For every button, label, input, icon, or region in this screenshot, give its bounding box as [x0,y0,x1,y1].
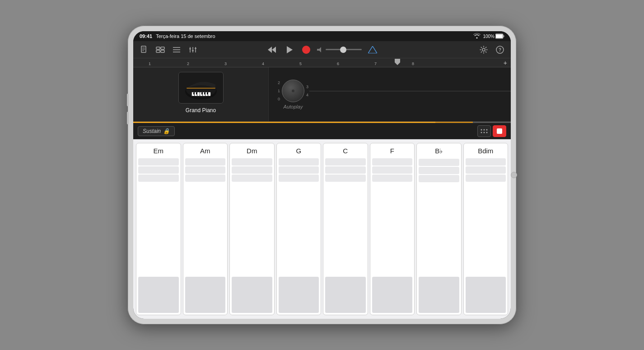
volume-slider[interactable] [317,47,362,53]
chord-key-bottom [372,277,413,313]
chord-stripe [325,166,366,174]
track-right-buttons [477,125,506,137]
knob-label-3: 3 [306,85,308,89]
svg-rect-54 [497,128,502,134]
chord-stripe [232,166,272,174]
chord-stripe [185,158,226,166]
chord-key-am[interactable]: Am [183,143,228,315]
svg-rect-1 [496,34,503,38]
track-area: Grand Piano 2 1 0 [133,67,511,122]
autoplay-knob[interactable] [282,80,304,102]
chord-stripe [419,167,459,174]
svg-marker-24 [368,46,377,53]
status-date: Terça-feira 15 de setembro [156,33,215,39]
volume-down-button[interactable] [127,112,129,124]
chord-stripe [138,166,179,174]
chord-key-f[interactable]: F [370,143,415,315]
knob-right-labels: 3 4 [306,85,308,97]
svg-rect-46 [190,97,191,100]
chord-stripe [232,158,272,166]
chord-stripe [372,175,413,182]
svg-marker-23 [317,47,321,52]
chord-dots-button[interactable] [477,125,491,137]
chord-stripe [372,158,413,166]
chord-key-dm[interactable]: Dm [229,143,275,315]
mixer-button[interactable] [187,43,199,56]
chord-key-c[interactable]: C [323,143,368,315]
ruler-mark-8: 8 [412,61,414,66]
new-song-button[interactable] [138,43,150,56]
volume-track[interactable] [326,49,362,50]
help-button[interactable]: ? [494,43,506,56]
smart-tempo-button[interactable] [366,43,379,56]
svg-rect-47 [211,97,212,100]
svg-rect-39 [208,92,210,96]
status-time: 09:41 [140,33,152,39]
svg-marker-29 [395,59,400,65]
chord-keys: Em Am [133,139,511,319]
chord-key-bb[interactable]: B♭ [416,143,462,315]
autoplay-label: Autoplay [284,104,303,109]
knob-left-labels: 2 1 0 [278,80,280,101]
track-line [309,91,511,91]
svg-point-26 [482,48,485,51]
instrument-thumbnail[interactable] [178,72,224,104]
chord-key-g[interactable]: G [276,143,322,315]
volume-thumb[interactable] [340,47,346,53]
view-toggle-button[interactable] [154,43,167,56]
svg-rect-9 [156,50,160,52]
chord-key-em[interactable]: Em [136,143,181,315]
svg-rect-8 [161,47,164,49]
chord-stripe [279,158,319,166]
chord-key-am-label: Am [183,143,228,157]
svg-rect-7 [156,47,160,49]
ruler-marks: 1 2 3 4 5 6 7 8 + [135,58,509,67]
record-button[interactable] [300,43,313,56]
home-button[interactable] [511,172,517,178]
chord-key-c-label: C [323,143,368,157]
toolbar-right: ? [386,43,506,56]
svg-rect-45 [187,88,215,89]
toolbar: ? [133,41,511,58]
svg-rect-44 [207,92,208,95]
tracks-button[interactable] [170,43,183,56]
svg-point-48 [481,129,482,130]
knob-labels: 2 1 0 3 4 [278,80,308,102]
svg-marker-21 [268,47,272,53]
knob-label-1: 1 [278,89,280,93]
instrument-info: Grand Piano [138,72,264,114]
ipad-screen: 09:41 Terça-feira 15 de setembro 100% [133,31,511,319]
chord-stripe [325,175,366,182]
chord-stripe [325,158,366,166]
play-button[interactable] [283,43,295,56]
sustain-button[interactable]: Sustain 🔒 [138,126,175,136]
chord-stripe [232,175,272,182]
chord-stripe [279,175,319,182]
chord-stripe [466,175,506,182]
sustain-label: Sustain [143,128,161,134]
chord-key-bottom [232,277,272,313]
svg-point-51 [481,132,482,133]
status-bar: 09:41 Terça-feira 15 de setembro 100% [133,31,511,41]
settings-button[interactable] [477,43,490,56]
status-icons: 100% [473,33,504,39]
add-track-button[interactable]: + [504,59,507,66]
track-controls: Sustain 🔒 [133,123,511,139]
svg-rect-43 [204,92,205,95]
chord-area: Em Am [133,139,511,319]
knob-container: 2 1 0 3 4 Autoplay [278,80,308,109]
chord-key-bdim[interactable]: Bdim [463,143,509,315]
volume-up-button[interactable] [127,94,129,106]
toolbar-left [138,43,258,56]
playhead-icon [395,59,400,67]
battery-icon: 100% [483,33,504,39]
svg-rect-35 [197,92,200,96]
chord-key-bottom [466,277,506,313]
ruler-mark-4: 4 [262,61,264,66]
ruler-mark-2: 2 [187,61,189,66]
chord-key-bottom [185,277,226,313]
svg-rect-2 [504,35,504,37]
timeline-ruler: 1 2 3 4 5 6 7 8 + [133,58,511,67]
rewind-button[interactable] [266,43,278,56]
chord-record-button[interactable] [493,125,506,137]
